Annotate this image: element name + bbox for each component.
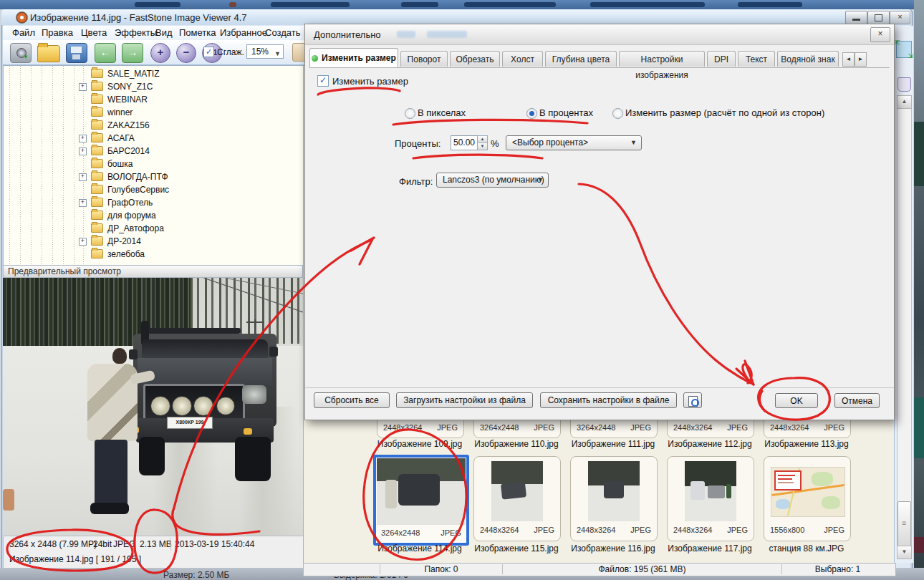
truck-lamp-icon — [150, 396, 170, 416]
filter-select[interactable]: Lanczos3 (по умолчанию) ▼ — [436, 173, 549, 188]
zoom-level-select[interactable]: 15%▼ — [246, 44, 284, 59]
thumbnail-scrollbar[interactable] — [897, 95, 912, 559]
restore-button[interactable] — [867, 11, 890, 24]
preview-button[interactable] — [683, 392, 702, 408]
cancel-button[interactable]: Отмена — [834, 393, 880, 408]
dialog-close-button[interactable]: × — [870, 27, 890, 42]
open-folder-button[interactable] — [37, 45, 60, 62]
expand-icon[interactable]: + — [79, 135, 87, 142]
tab-text[interactable]: Текст — [738, 51, 775, 67]
reset-all-button[interactable]: Сбросить все — [314, 392, 390, 408]
thumb-filename[interactable]: Изображение 116.jpg — [567, 543, 660, 554]
corner-arrow-icon: ⇱ — [895, 39, 900, 47]
acquire-camera-button[interactable]: ▼ — [10, 43, 32, 63]
expand-icon[interactable]: + — [79, 83, 87, 91]
thumb-filename[interactable]: Изображение 109.jpg — [373, 439, 466, 449]
save-button[interactable] — [66, 43, 87, 63]
save-settings-button[interactable]: Сохранить настройки в файле — [540, 392, 677, 408]
tree-item[interactable]: SALE_MATIZ — [3, 67, 302, 80]
tree-item[interactable]: +SONY_Z1C — [3, 80, 302, 93]
menu-effects[interactable]: Эффекты — [115, 27, 157, 38]
zoom-in-button[interactable]: + — [150, 43, 170, 63]
tab-rotate[interactable]: Поворот — [400, 51, 448, 67]
expand-icon[interactable]: + — [79, 199, 87, 207]
menu-file[interactable]: Файл — [12, 27, 35, 38]
expand-icon[interactable]: + — [79, 238, 87, 246]
preview-photo[interactable]: Х800КР 199 — [3, 278, 303, 536]
tree-item[interactable]: для форума — [3, 209, 302, 222]
radio-percent[interactable] — [526, 108, 537, 119]
menu-view[interactable]: Вид — [155, 27, 173, 38]
previous-image-button[interactable]: ← — [95, 43, 116, 63]
tree-item[interactable]: +ГрафОтель — [3, 196, 302, 209]
thumbnail-cell[interactable]: 1556x800 JPEG — [764, 456, 851, 541]
percent-input[interactable]: 50.00 — [451, 135, 478, 150]
thumb-filename[interactable]: Изображение 115.jpg — [470, 543, 563, 554]
tree-item[interactable]: +ВОЛОГДА-ПТФ — [3, 170, 302, 183]
thumb-filename[interactable]: Изображение 114.jpg — [373, 543, 466, 554]
radio-pixels[interactable] — [405, 108, 415, 119]
minimize-button[interactable] — [845, 11, 867, 24]
menu-colors[interactable]: Цвета — [81, 27, 107, 38]
spin-down-button[interactable]: ▼ — [477, 142, 488, 150]
tree-item[interactable]: зелебоба — [3, 248, 302, 261]
tree-item[interactable]: +ДР-2014 — [3, 235, 302, 248]
radio-percent-label[interactable]: В процентах — [539, 107, 593, 118]
tree-item[interactable]: бошка — [3, 158, 302, 170]
tab-dpi[interactable]: DPI — [707, 51, 736, 67]
divider — [170, 538, 171, 551]
expand-icon[interactable]: + — [79, 148, 87, 155]
next-image-button[interactable]: → — [122, 43, 143, 63]
tree-item[interactable]: +АСАГА — [3, 132, 302, 145]
tab-crop[interactable]: Обрезать — [450, 51, 500, 67]
thumb-filename[interactable]: Изображение 110.jpg — [470, 439, 563, 449]
menu-tag[interactable]: Пометка — [179, 27, 216, 38]
tree-item[interactable]: +БАРС2014 — [3, 145, 302, 158]
scroll-up-button[interactable]: ▲ — [897, 95, 912, 109]
tab-color-depth[interactable]: Глубина цвета — [545, 51, 617, 67]
radio-pixels-label[interactable]: В пикселах — [418, 107, 466, 118]
tree-item[interactable]: ZAKAZ156 — [3, 119, 302, 132]
tree-item[interactable]: ДР_Автофора — [3, 222, 302, 235]
tab-resize[interactable]: Изменить размер — [309, 48, 398, 67]
scrollbar-thumb[interactable]: ≡ — [897, 501, 911, 547]
thumb-filename[interactable]: Изображение 112.jpg — [663, 439, 756, 449]
tab-image-settings[interactable]: Настройки изображения — [619, 51, 705, 67]
resize-checkbox-label[interactable]: Изменить размер — [332, 76, 408, 87]
thumb-filename[interactable]: Изображение 113.jpg — [760, 439, 853, 449]
tab-watermark[interactable]: Водяной знак — [777, 51, 839, 67]
tree-item[interactable]: ГолубевСервис — [3, 183, 302, 196]
menu-edit[interactable]: Правка — [42, 27, 73, 38]
thumb-filename[interactable]: станция 88 км.JPG — [760, 543, 853, 554]
tree-item[interactable]: winner — [3, 106, 302, 119]
tree-item[interactable]: WEBINAR — [3, 93, 302, 106]
tab-label: Глубина цвета — [552, 54, 610, 64]
load-settings-button[interactable]: Загрузить настройки из файла — [396, 392, 533, 408]
percent-preset-select[interactable]: <Выбор процента> ▼ — [506, 135, 642, 150]
thumbnail-cell-selected[interactable]: 3264x2448 JPEG — [373, 455, 469, 546]
dialog-title-bar[interactable] — [305, 24, 894, 45]
thumbnail-cell[interactable]: 2448x3264 JPEG — [473, 456, 561, 541]
thumbnail-cell[interactable]: 2448x3264 JPEG — [667, 456, 754, 541]
thumb-filename[interactable]: Изображение 111.jpg — [567, 439, 660, 449]
truck-wheel-left — [139, 437, 165, 475]
trash-icon[interactable] — [897, 77, 911, 92]
thumb-filename[interactable]: Изображение 117.jpg — [663, 543, 756, 554]
ok-button[interactable]: OK — [775, 393, 818, 408]
close-button[interactable]: × — [890, 11, 910, 24]
radio-one-side-label[interactable]: Изменить размер (расчёт по одной из стор… — [625, 107, 824, 118]
tabs-prev-button[interactable]: ◄ — [842, 52, 855, 67]
tab-canvas[interactable]: Холст — [502, 51, 543, 67]
zoom-out-button[interactable]: − — [176, 43, 196, 63]
thumbnail-cell[interactable]: 2448x3264 JPEG — [570, 456, 658, 541]
smooth-checkbox[interactable]: ✓ — [203, 47, 214, 57]
radio-one-side[interactable] — [612, 108, 623, 119]
resize-checkbox[interactable]: ✓ — [317, 75, 329, 87]
menu-create[interactable]: Создать — [265, 27, 300, 38]
scroll-down-button[interactable]: ▼ — [897, 546, 912, 559]
tabs-next-button[interactable]: ► — [855, 52, 867, 67]
expand-icon[interactable]: + — [79, 173, 87, 181]
menu-favorites[interactable]: Избранное — [220, 27, 267, 38]
folder-icon — [91, 185, 103, 194]
resize-tool-icon[interactable]: ⇱ ⇲ — [896, 41, 912, 58]
